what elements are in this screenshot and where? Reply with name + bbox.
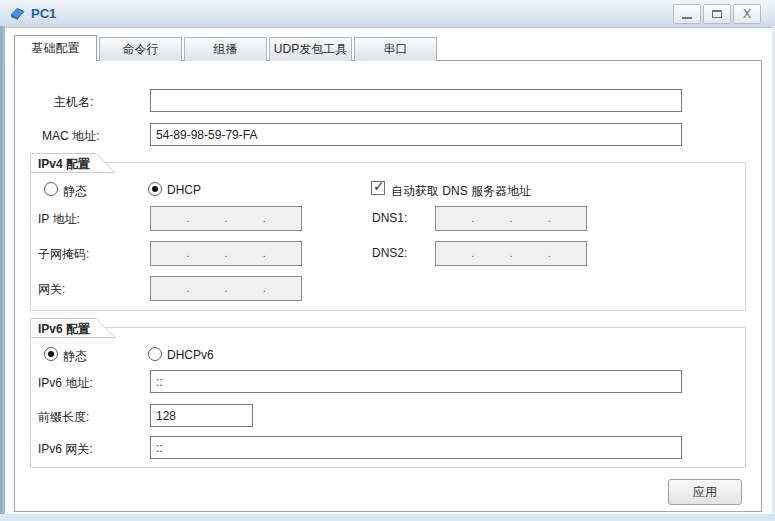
ipv4-dhcp-label: DHCP: [167, 183, 201, 197]
minimize-button[interactable]: [673, 4, 701, 24]
dns1-input[interactable]: ...: [435, 206, 587, 231]
ipv4-static-radio[interactable]: [44, 182, 58, 196]
ipv6-gateway-input[interactable]: [150, 436, 682, 459]
ipv6-address-input[interactable]: [150, 370, 682, 393]
ipv6-address-label: IPv6 地址:: [38, 375, 93, 392]
ipv6-group-tab: IPv6 配置: [30, 318, 116, 338]
window-border-left: [0, 26, 5, 521]
subnet-mask-input[interactable]: ...: [150, 241, 302, 266]
title-bar[interactable]: PC1 X: [0, 0, 775, 28]
ipv6-static-label: 静态: [63, 348, 87, 365]
ipv6-group-label: IPv6 配置: [38, 321, 90, 338]
window-title: PC1: [31, 6, 56, 21]
tab-multicast[interactable]: 组播: [184, 37, 267, 61]
minimize-icon: [682, 17, 692, 19]
ipv4-group-tab: IPv4 配置: [30, 153, 116, 173]
maximize-icon: [712, 10, 722, 18]
ipv4-dhcp-radio[interactable]: [148, 182, 162, 196]
dhcpv6-radio[interactable]: [148, 347, 162, 361]
dns-auto-checkbox[interactable]: ✓: [371, 181, 385, 195]
hostname-label: 主机名:: [54, 94, 93, 111]
tab-bar: 基础配置 命令行 组播 UDP发包工具 串口: [14, 35, 439, 61]
ipv6-gateway-label: IPv6 网关:: [38, 441, 93, 458]
dhcpv6-label: DHCPv6: [167, 348, 214, 362]
ip-address-label: IP 地址:: [38, 211, 80, 228]
ipv4-group: IPv4 配置 静态 DHCP ✓ 自动获取 DNS 服务器地址 IP 地址: …: [30, 162, 746, 311]
tab-basic-config[interactable]: 基础配置: [14, 35, 97, 61]
gateway-input[interactable]: ...: [150, 276, 302, 301]
tab-udp-tool[interactable]: UDP发包工具: [269, 37, 352, 61]
mac-label: MAC 地址:: [42, 128, 99, 145]
prefix-length-label: 前缀长度:: [38, 409, 89, 426]
dns-auto-label: 自动获取 DNS 服务器地址: [391, 183, 531, 200]
gateway-label: 网关:: [38, 281, 65, 298]
pc-icon: [9, 5, 26, 22]
pc-config-window: PC1 X 基础配置 命令行 组播 UDP发包工具 串口 主机名: MAC 地址…: [0, 0, 775, 521]
dns2-label: DNS2:: [372, 246, 407, 260]
close-button[interactable]: X: [733, 4, 761, 24]
tab-serial[interactable]: 串口: [354, 37, 437, 61]
subnet-mask-label: 子网掩码:: [38, 246, 89, 263]
hostname-input[interactable]: [150, 89, 682, 112]
mac-input[interactable]: [150, 123, 682, 146]
maximize-button[interactable]: [703, 4, 731, 24]
dns1-label: DNS1:: [372, 211, 407, 225]
prefix-length-input[interactable]: [150, 404, 253, 427]
apply-button[interactable]: 应用: [668, 479, 742, 505]
close-icon: X: [743, 7, 751, 21]
window-border-bottom: [0, 514, 775, 521]
ipv4-static-label: 静态: [63, 183, 87, 200]
ipv6-group: IPv6 配置 静态 DHCPv6 IPv6 地址: 前缀长度: IPv6 网关…: [30, 327, 746, 468]
ipv4-group-label: IPv4 配置: [38, 156, 90, 173]
ip-address-input[interactable]: ...: [150, 206, 302, 231]
dns2-input[interactable]: ...: [435, 241, 587, 266]
tab-command-line[interactable]: 命令行: [99, 37, 182, 61]
basic-config-pane: 主机名: MAC 地址: IPv4 配置 静态 DHCP ✓ 自动获取 DNS …: [14, 60, 762, 512]
ipv6-static-radio[interactable]: [44, 347, 58, 361]
check-icon: ✓: [373, 178, 385, 194]
